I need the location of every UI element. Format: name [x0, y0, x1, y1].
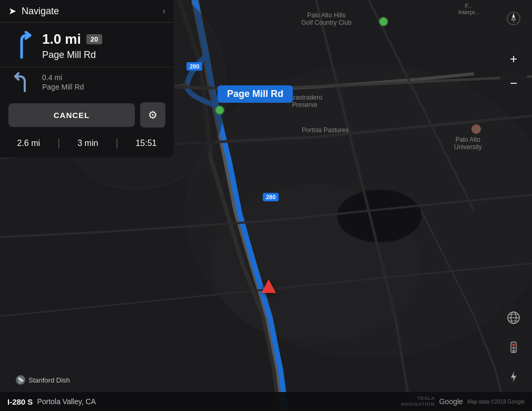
map-poi-dot-foothills	[215, 105, 224, 115]
zoom-out-button[interactable]: −	[500, 72, 527, 95]
svg-point-14	[513, 347, 515, 349]
trip-duration: 3 min	[77, 139, 98, 148]
cancel-button[interactable]: CANCEL	[8, 103, 135, 127]
car-location-marker	[261, 279, 276, 293]
nav-mode-button[interactable]	[500, 5, 527, 32]
map-street-label: Page Mill Rd	[218, 85, 293, 103]
svg-point-3	[337, 190, 421, 242]
turn-arrow-secondary-icon	[8, 72, 35, 93]
nav-header: ➤ Navigate ›	[0, 0, 174, 23]
secondary-info: 0.4 mi Page Mill Rd	[42, 73, 84, 91]
highway-badge-mid: 280	[263, 193, 279, 201]
map-poi-dot-university	[471, 124, 481, 134]
speed-limit-badge: 20	[86, 34, 102, 44]
navigate-label: Navigate	[22, 6, 59, 17]
primary-direction: 1.0 mi 20 Page Mill Rd	[0, 23, 174, 67]
primary-info: 1.0 mi 20 Page Mill Rd	[42, 31, 102, 61]
route-info: I-280 S Portola Valley, CA	[7, 397, 96, 406]
svg-point-13	[513, 344, 515, 346]
zoom-in-button[interactable]: +	[500, 47, 527, 71]
trip-eta: 15:51	[135, 139, 156, 148]
primary-distance-row: 1.0 mi 20	[42, 31, 102, 47]
stanford-dish-label: 📡 Stanford Dish	[16, 375, 70, 385]
stat-divider-1: |	[57, 137, 60, 149]
navigate-arrow-icon: ➤	[8, 5, 16, 17]
action-row: CANCEL ⚙	[0, 97, 174, 133]
route-location: Portola Valley, CA	[37, 397, 96, 406]
traffic-button[interactable]	[500, 334, 527, 360]
primary-street-name: Page Mill Rd	[42, 50, 102, 61]
trip-distance: 2.6 mi	[17, 139, 40, 148]
globe-button[interactable]	[500, 305, 527, 331]
primary-distance: 1.0 mi	[42, 31, 81, 47]
top-right-panel	[500, 5, 527, 32]
zoom-controls: + −	[500, 47, 527, 95]
secondary-street-name: Page Mill Rd	[42, 83, 84, 91]
settings-button[interactable]: ⚙	[140, 102, 165, 128]
stat-divider-2: |	[115, 137, 118, 149]
secondary-distance: 0.4 mi	[42, 73, 84, 82]
nav-header-left: ➤ Navigate	[8, 5, 59, 17]
highway-badge-top: 280	[186, 62, 202, 71]
bottom-right-panel	[500, 305, 527, 390]
turn-arrow-primary-icon	[8, 30, 35, 62]
navigation-panel: ➤ Navigate › 1.0 mi 20 Page Mill Rd	[0, 0, 174, 158]
stanford-dish-icon: 📡	[16, 375, 25, 385]
google-label: Google	[439, 397, 463, 406]
svg-marker-16	[511, 371, 516, 382]
lightning-button[interactable]	[500, 364, 527, 390]
trip-stats: 2.6 mi | 3 min | 15:51	[0, 133, 174, 149]
bottom-bar: I-280 S Portola Valley, CA TESLANAVIGATI…	[0, 392, 532, 411]
nav-chevron-icon[interactable]: ›	[163, 6, 165, 16]
settings-icon: ⚙	[148, 109, 157, 121]
secondary-direction: 0.4 mi Page Mill Rd	[0, 67, 174, 97]
map-data-label: Map data ©2018 Google	[467, 399, 525, 405]
route-number: I-280 S	[7, 397, 33, 406]
map-credits: TESLANAVIGATION Google Map data ©2018 Go…	[401, 396, 525, 407]
map-poi-dot-golf	[379, 17, 388, 26]
tesla-nav-label: TESLANAVIGATION	[401, 396, 435, 407]
svg-point-15	[513, 350, 515, 353]
